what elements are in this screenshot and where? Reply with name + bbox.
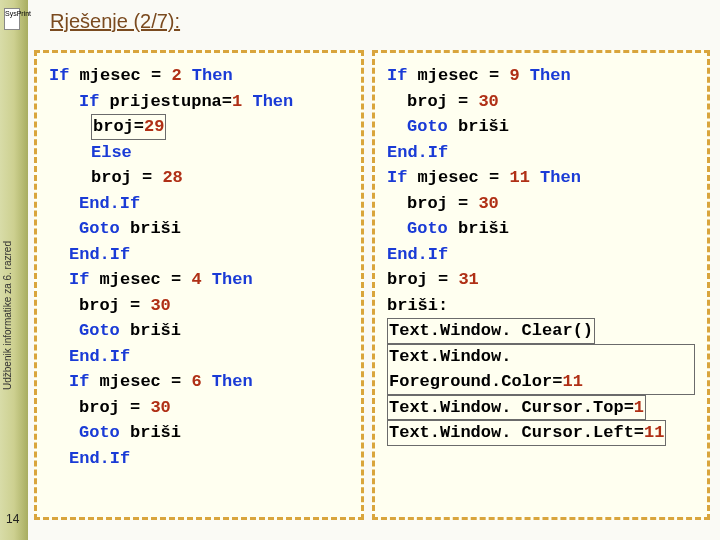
code-line: Goto briši xyxy=(49,318,349,344)
code-line: Goto briši xyxy=(387,216,695,242)
code-line: End.If xyxy=(49,191,349,217)
code-line: broj = 30 xyxy=(49,395,349,421)
code-line: broj = 30 xyxy=(387,89,695,115)
code-line: broj=29 xyxy=(49,114,349,140)
code-line: If mjesec = 4 Then xyxy=(49,267,349,293)
code-line: broj = 30 xyxy=(387,191,695,217)
code-line: Goto briši xyxy=(49,420,349,446)
code-line: End.If xyxy=(49,446,349,472)
code-line: Text.Window. Cursor.Top=1 xyxy=(387,395,695,421)
page-number: 14 xyxy=(6,512,19,526)
code-line: End.If xyxy=(387,140,695,166)
code-line: Text.Window. Cursor.Left=11 xyxy=(387,420,695,446)
code-line: Goto briši xyxy=(387,114,695,140)
publisher-badge: SysPrint xyxy=(4,8,20,30)
code-line: Text.Window. Clear() xyxy=(387,318,695,344)
slide-title: Rješenje (2/7): xyxy=(50,10,180,33)
code-line: briši: xyxy=(387,293,695,319)
code-line: End.If xyxy=(387,242,695,268)
code-line: If mjesec = 2 Then xyxy=(49,63,349,89)
code-line: Goto briši xyxy=(49,216,349,242)
code-line: Text.Window. Foreground.Color=11 xyxy=(387,344,695,395)
code-line: If mjesec = 9 Then xyxy=(387,63,695,89)
vertical-label: Udžbenik informatike za 6. razred xyxy=(2,190,13,390)
left-edge: SysPrint Udžbenik informatike za 6. razr… xyxy=(0,0,28,540)
code-line: Else xyxy=(49,140,349,166)
code-panel-right: If mjesec = 9 Then broj = 30 Goto briši … xyxy=(372,50,710,520)
code-line: If mjesec = 6 Then xyxy=(49,369,349,395)
code-line: broj = 31 xyxy=(387,267,695,293)
code-line: End.If xyxy=(49,242,349,268)
code-line: End.If xyxy=(49,344,349,370)
code-line: If prijestupna=1 Then xyxy=(49,89,349,115)
code-line: broj = 30 xyxy=(49,293,349,319)
code-panel-left: If mjesec = 2 Then If prijestupna=1 Then… xyxy=(34,50,364,520)
code-line: If mjesec = 11 Then xyxy=(387,165,695,191)
code-line: broj = 28 xyxy=(49,165,349,191)
